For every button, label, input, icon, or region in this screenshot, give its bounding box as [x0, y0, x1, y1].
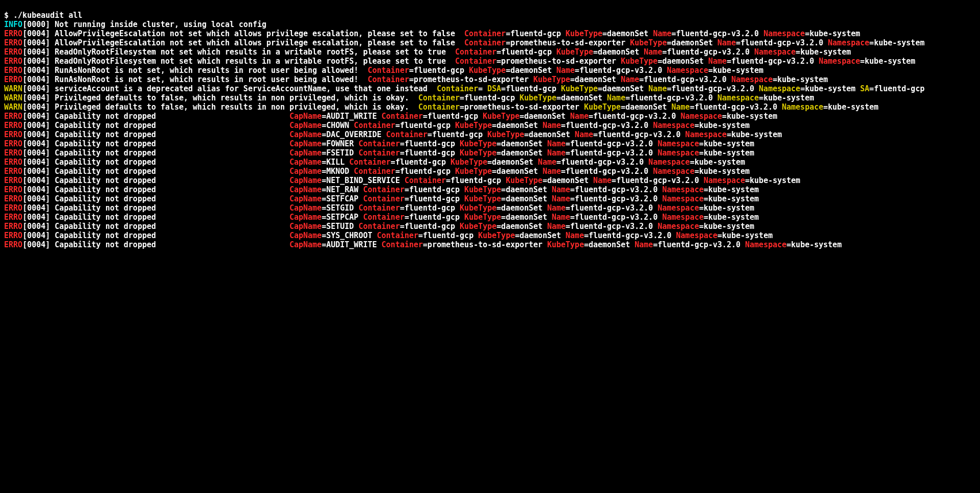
- val-kubetype: daemonSet: [519, 231, 561, 240]
- key-kubetype: KubeType: [455, 167, 492, 176]
- eq: =: [704, 213, 708, 222]
- key-name: Name: [653, 29, 671, 38]
- key-capname: CapName: [289, 213, 322, 222]
- val-name: fluentd-gcp-v3.2.0: [575, 194, 658, 203]
- info-message: [0000] Not running inside cluster, using…: [22, 20, 267, 29]
- key-namespace: Namespace: [828, 38, 869, 47]
- val-namespace: kube-system: [708, 185, 759, 194]
- eq: =: [561, 167, 566, 176]
- eq: =: [322, 194, 326, 203]
- key-namespace: Namespace: [653, 167, 694, 176]
- val-capname: FSETID: [326, 148, 354, 158]
- val-kubetype: daemonSet: [506, 185, 547, 194]
- eq: =: [322, 203, 326, 213]
- val-kubetype: daemonSet: [589, 240, 630, 249]
- key-capname: CapName: [289, 148, 322, 158]
- key-namespace: Namespace: [662, 213, 703, 222]
- key-namespace: Namespace: [782, 102, 823, 112]
- key-name: Name: [547, 148, 566, 158]
- key-kubetype: KubeType: [460, 222, 496, 231]
- val-container: fluentd-gcp: [464, 93, 515, 102]
- log-ts: [0004]: [22, 213, 55, 222]
- eq: =: [695, 121, 699, 130]
- key-namespace: Namespace: [662, 185, 703, 194]
- log-ts: [0004]: [22, 93, 55, 102]
- log-msg: Capability not dropped: [55, 185, 289, 194]
- key-kubetype: KubeType: [464, 185, 501, 194]
- key-name: Name: [552, 185, 570, 194]
- key-capname: CapName: [289, 194, 322, 203]
- eq: =: [699, 148, 704, 158]
- key-name: Name: [547, 222, 566, 231]
- log-msg: RunAsNonRoot is not set, which results i…: [55, 66, 367, 75]
- val-namespace: kube-system: [791, 240, 841, 249]
- val-kubetype: daemonSet: [602, 84, 644, 93]
- eq: =: [566, 139, 570, 148]
- val-name: fluentd-gcp-v3.2.0: [570, 203, 653, 213]
- log-msg: Capability not dropped: [55, 130, 289, 139]
- level-erro: ERRO: [4, 240, 22, 249]
- log-msg: Capability not dropped: [55, 213, 289, 222]
- sp: [377, 112, 382, 121]
- terminal-output[interactable]: $ ./kubeaudit all INFO[0000] Not running…: [0, 8, 980, 252]
- val-namespace: kube-system: [708, 213, 759, 222]
- key-capname: CapName: [289, 222, 322, 231]
- key-capname: CapName: [289, 167, 322, 176]
- shell-prompt: $ ./kubeaudit all: [4, 11, 83, 20]
- log-ts: [0004]: [22, 222, 55, 231]
- eq: =: [566, 222, 570, 231]
- log-msg: ReadOnlyRootFilesystem not set which res…: [55, 47, 455, 57]
- sp: [561, 231, 566, 240]
- log-msg: ReadOnlyRootFilesystem not set which res…: [55, 57, 455, 66]
- level-erro: ERRO: [4, 231, 22, 240]
- eq: =: [561, 121, 566, 130]
- key-container: Container: [455, 57, 496, 66]
- level-erro: ERRO: [4, 75, 22, 84]
- val-container: fluentd-gcp: [432, 130, 483, 139]
- eq: =: [322, 148, 326, 158]
- key-name: Name: [552, 213, 570, 222]
- level-warn: WARN: [4, 102, 22, 112]
- key-name: Name: [543, 167, 561, 176]
- level-erro: ERRO: [4, 185, 22, 194]
- log-ts: [0004]: [22, 57, 55, 66]
- level-erro: ERRO: [4, 66, 22, 75]
- key-namespace: Namespace: [745, 240, 786, 249]
- log-msg: Capability not dropped: [55, 240, 289, 249]
- level-erro: ERRO: [4, 203, 22, 213]
- eq: =: [405, 194, 409, 203]
- level-erro: ERRO: [4, 176, 22, 185]
- val-capname: AUDIT_WRITE: [326, 240, 377, 249]
- val-capname: SYS_CHROOT: [326, 231, 372, 240]
- key-namespace: Namespace: [763, 29, 805, 38]
- log-ts: [0004]: [22, 167, 55, 176]
- val-container: prometheus-to-sd-exporter: [510, 38, 625, 47]
- key-kubetype: KubeType: [455, 121, 492, 130]
- key-name: Name: [621, 75, 639, 84]
- key-namespace: Namespace: [759, 84, 800, 93]
- val-name: fluentd-gcp-v3.2.0: [561, 158, 644, 167]
- log-ts: [0004]: [22, 84, 55, 93]
- key-capname: CapName: [289, 112, 322, 121]
- sp: [566, 112, 570, 121]
- eq: =: [566, 148, 570, 158]
- log-msg: Capability not dropped: [55, 194, 289, 203]
- log-ts: [0004]: [22, 112, 55, 121]
- val-name: fluentd-gcp-v3.2.0: [657, 240, 740, 249]
- key-capname: CapName: [289, 130, 322, 139]
- key-kubetype: KubeType: [547, 240, 584, 249]
- val-name: fluentd-gcp-v3.2.0: [570, 139, 653, 148]
- key-namespace: Namespace: [676, 231, 718, 240]
- log-ts: [0004]: [22, 231, 55, 240]
- log-msg: Capability not dropped: [55, 231, 289, 240]
- key-namespace: Namespace: [657, 139, 699, 148]
- eq: =: [395, 121, 400, 130]
- log-msg: AllowPrivilegeEscalation not set which a…: [55, 29, 464, 38]
- key-kubetype: KubeType: [630, 38, 667, 47]
- val-kubetype: daemonSet: [510, 66, 551, 75]
- key-container: Container: [349, 158, 390, 167]
- sp: [676, 112, 681, 121]
- key-container: Container: [464, 29, 506, 38]
- log-ts: [0004]: [22, 148, 55, 158]
- key-namespace: Namespace: [648, 158, 690, 167]
